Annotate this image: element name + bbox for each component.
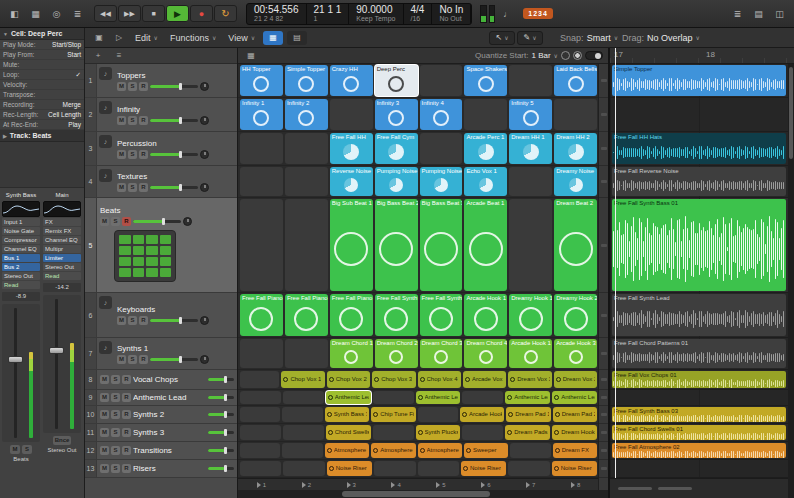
loop-cell[interactable]: Infinity 5 — [509, 99, 552, 130]
functions-menu[interactable]: Functions∨ — [166, 32, 220, 44]
mixer-icon[interactable]: ▦ — [26, 5, 45, 22]
loop-cell[interactable]: Chop Vox 2 — [327, 371, 370, 388]
volume-slider[interactable] — [150, 119, 198, 122]
m-button[interactable]: M — [100, 393, 109, 402]
m-button[interactable]: M — [117, 183, 126, 192]
r-button[interactable]: R — [122, 217, 131, 226]
loop-cell[interactable]: Sweeper — [464, 443, 508, 458]
loop-cell[interactable]: Pumping Noise — [375, 167, 418, 196]
pan-knob[interactable] — [200, 82, 209, 91]
volume-slider[interactable] — [150, 186, 198, 189]
m-button[interactable]: M — [117, 150, 126, 159]
loop-cell[interactable]: Space Shakers — [464, 65, 507, 96]
cell-param-row-8[interactable]: At Rec-End:Play — [0, 120, 84, 130]
solo-button[interactable]: S — [22, 445, 32, 454]
editors-toggle-icon[interactable]: ≣ — [68, 5, 87, 22]
empty-cell-slot[interactable] — [373, 391, 414, 404]
empty-cell-slot[interactable] — [283, 425, 324, 440]
loop-cell[interactable]: Dream Vox 1 — [508, 371, 551, 388]
send-slot[interactable]: Bus 2 — [2, 263, 40, 271]
loop-cell[interactable]: Arcade Hook 1 — [509, 339, 552, 368]
input-slot[interactable]: Input 1 — [2, 218, 40, 226]
empty-cell-slot[interactable] — [418, 407, 458, 422]
empty-cell-slot[interactable] — [373, 425, 414, 440]
pan-knob[interactable] — [200, 316, 209, 325]
m-button[interactable]: M — [100, 464, 109, 473]
empty-cell-slot[interactable] — [285, 199, 328, 291]
empty-cell-slot[interactable] — [240, 199, 283, 291]
volume-slider[interactable] — [208, 449, 234, 452]
empty-cell-slot[interactable] — [240, 391, 281, 404]
cell-param-row-6[interactable]: Recording:Merge — [0, 100, 84, 110]
loop-cell[interactable]: Dream FX — [553, 443, 597, 458]
empty-cell-slot[interactable] — [285, 133, 328, 164]
rewind-button[interactable]: ◀◀ — [94, 5, 117, 22]
s-button[interactable]: S — [128, 150, 137, 159]
empty-cell-slot[interactable] — [282, 407, 322, 422]
eq-thumbnail[interactable] — [2, 201, 40, 217]
loop-cell[interactable]: Free Fall Piano — [240, 294, 283, 336]
r-button[interactable]: R — [122, 375, 131, 384]
loop-cell[interactable]: Infinity 2 — [285, 99, 328, 130]
s-button[interactable]: S — [128, 316, 137, 325]
volume-slider[interactable] — [150, 358, 198, 361]
loop-cell[interactable]: Dreamy Hook 1 — [509, 294, 552, 336]
empty-cell-slot[interactable] — [282, 443, 322, 458]
loop-cell[interactable]: Chord Swells — [326, 425, 371, 440]
pan-knob[interactable] — [200, 355, 209, 364]
cell-param-row-2[interactable]: Mute: — [0, 60, 84, 70]
horizontal-scrollbar-thumb[interactable] — [342, 491, 490, 497]
cell-inspector-header[interactable]: ▼ Cell: Deep Perc — [0, 28, 84, 40]
loop-cell[interactable]: Free Fall Cym — [375, 133, 418, 164]
pan-knob[interactable] — [183, 217, 192, 226]
r-button[interactable]: R — [122, 446, 131, 455]
empty-cell-slot[interactable] — [420, 65, 463, 96]
volume-slider[interactable] — [208, 413, 234, 416]
region[interactable]: Simple Topper — [612, 65, 786, 96]
loop-cell[interactable]: Crazy HH — [330, 65, 373, 96]
region[interactable]: Free Fall Atmosphere 02 — [612, 443, 786, 458]
forward-button[interactable]: ▶▶ — [118, 5, 141, 22]
volume-slider[interactable] — [150, 153, 198, 156]
s-button[interactable]: S — [111, 217, 120, 226]
m-button[interactable]: M — [100, 375, 109, 384]
loop-cell[interactable]: Arcade Hook 1 — [464, 294, 507, 336]
cell-param-row-4[interactable]: Velocity: — [0, 80, 84, 90]
loop-cell[interactable]: Dream Hook — [552, 425, 597, 440]
empty-cell-slot[interactable] — [374, 461, 415, 476]
stop-button[interactable]: ■ — [142, 5, 165, 22]
scene-trigger-7[interactable]: 7 — [509, 479, 552, 490]
grid-stop-all-button[interactable] — [573, 51, 582, 60]
empty-cell-slot[interactable] — [509, 199, 552, 291]
quantize-start-dropdown[interactable]: 1 Bar — [531, 51, 550, 60]
loop-cell[interactable]: Arcade Hook 3 — [554, 339, 597, 368]
grid-view-toggle[interactable]: ▦ — [263, 31, 283, 45]
send-slot[interactable]: Bus 1 — [2, 254, 40, 262]
s-button[interactable]: S — [128, 82, 137, 91]
add-track-button[interactable]: + — [90, 49, 106, 63]
region[interactable]: Free Fall Chord Patterns 01 — [612, 339, 786, 368]
midi-capture-icon[interactable]: ▣ — [91, 31, 107, 45]
loop-cell[interactable]: Pumping Noise — [420, 167, 463, 196]
volume-slider[interactable] — [208, 431, 234, 434]
loop-cell[interactable]: Synth Plucks — [416, 425, 461, 440]
rows-view-toggle[interactable]: ▤ — [287, 31, 307, 45]
empty-cell-slot[interactable] — [462, 391, 503, 404]
r-button[interactable]: R — [139, 82, 148, 91]
loop-cell[interactable]: Simple Topper — [285, 65, 328, 96]
loop-cell[interactable]: Arcade Vox — [463, 371, 506, 388]
empty-cell-slot[interactable] — [554, 99, 597, 130]
catch-playhead-icon[interactable]: ▷ — [111, 31, 127, 45]
s-button[interactable]: S — [111, 393, 120, 402]
plugin-slot[interactable]: Channel EQ — [2, 245, 40, 253]
loop-cell[interactable]: Echo Vox 1 — [464, 167, 507, 196]
region[interactable]: Free Fall Vox Chops 01 — [612, 371, 786, 388]
empty-cell-slot[interactable] — [285, 167, 328, 196]
metronome-icon[interactable]: ♩ — [498, 5, 517, 22]
loop-cell[interactable]: Dream Pads — [505, 425, 550, 440]
track-header-12[interactable]: 12MSRTransitions — [85, 442, 237, 460]
loop-cell[interactable]: Anthemic Lead — [505, 391, 550, 404]
plugin-slot[interactable]: Noise Gate — [2, 227, 40, 235]
r-button[interactable]: R — [139, 355, 148, 364]
list-editors-icon[interactable]: ≣ — [728, 5, 747, 22]
